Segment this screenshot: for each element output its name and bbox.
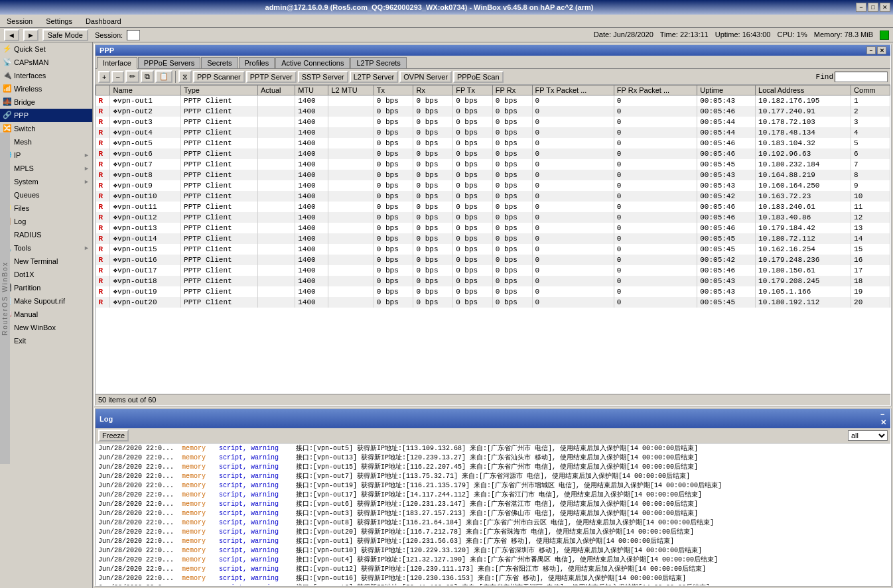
sidebar-item-partition[interactable]: 💾 Partition bbox=[0, 281, 92, 294]
edit-button[interactable]: ✏ bbox=[125, 70, 139, 83]
col-rx[interactable]: Rx bbox=[413, 86, 453, 95]
col-fp-rx-pkt[interactable]: FP Rx Packet ... bbox=[614, 86, 697, 95]
table-row[interactable]: R ❖vpn-out17 PPTP Client 1400 0 bps 0 bp… bbox=[96, 265, 890, 276]
col-flag[interactable] bbox=[96, 86, 110, 95]
cell-type: PPTP Client bbox=[181, 138, 258, 148]
sidebar-item-new-terminal[interactable]: > New Terminal bbox=[0, 255, 92, 268]
sidebar-item-quick-set[interactable]: ⚡ Quick Set bbox=[0, 42, 92, 56]
sidebar-item-files[interactable]: 📁 Files bbox=[0, 202, 92, 215]
sidebar-item-switch[interactable]: 🔀 Switch bbox=[0, 122, 92, 135]
freeze-button[interactable]: Freeze bbox=[98, 430, 129, 441]
log-minimize-button[interactable]: − bbox=[880, 410, 886, 418]
pptp-server-button[interactable]: PPTP Server bbox=[246, 71, 297, 83]
sidebar-item-tools[interactable]: 🔧 Tools ► bbox=[0, 241, 92, 255]
cell-fp-tx-pkt: 0 bbox=[532, 138, 614, 148]
tab-secrets[interactable]: Secrets bbox=[201, 57, 238, 68]
col-local[interactable]: Local Address bbox=[756, 86, 851, 95]
table-row[interactable]: R ❖vpn-out10 PPTP Client 1400 0 bps 0 bp… bbox=[96, 191, 890, 202]
ppp-table-container[interactable]: Name Type Actual MTU L2 MTU Tx Rx FP Tx … bbox=[96, 85, 890, 394]
col-type[interactable]: Type bbox=[181, 86, 258, 95]
table-row[interactable]: R ❖vpn-out9 PPTP Client 1400 0 bps 0 bps… bbox=[96, 180, 890, 191]
tab-interface[interactable]: Interface bbox=[97, 57, 137, 69]
cell-mtu: 1400 bbox=[295, 233, 328, 244]
sidebar-item-mesh[interactable]: ◈ Mesh bbox=[0, 135, 92, 148]
menu-settings[interactable]: Settings bbox=[42, 16, 76, 27]
ppp-close-button[interactable]: ✕ bbox=[877, 46, 886, 54]
col-mtu[interactable]: MTU bbox=[295, 86, 328, 95]
sidebar-item-log[interactable]: 📋 Log bbox=[0, 215, 92, 228]
sidebar-item-exit[interactable]: ✖ Exit bbox=[0, 334, 92, 347]
cell-fp-tx-pkt: 0 bbox=[532, 127, 614, 138]
maximize-button[interactable]: □ bbox=[868, 3, 878, 12]
table-row[interactable]: R ❖vpn-out15 PPTP Client 1400 0 bps 0 bp… bbox=[96, 244, 890, 255]
sidebar-item-queues[interactable]: ▤ Queues bbox=[0, 188, 92, 202]
log-close-button[interactable]: ✕ bbox=[880, 418, 886, 427]
tab-l2tp-secrets[interactable]: L2TP Secrets bbox=[350, 57, 406, 68]
sstp-server-button[interactable]: SSTP Server bbox=[298, 71, 348, 83]
sidebar-item-new-winbox[interactable]: W New WinBox bbox=[0, 321, 92, 334]
sidebar-item-ip[interactable]: 🌐 IP ► bbox=[0, 148, 92, 162]
sidebar-item-make-supout[interactable]: 📄 Make Supout.rif bbox=[0, 294, 92, 308]
col-actual[interactable]: Actual bbox=[257, 86, 295, 95]
col-name[interactable]: Name bbox=[110, 86, 181, 95]
tab-pppoe-servers[interactable]: PPPoE Servers bbox=[138, 57, 200, 68]
tab-profiles[interactable]: Profiles bbox=[239, 57, 275, 68]
find-input[interactable] bbox=[835, 72, 888, 82]
tab-active-connections[interactable]: Active Connections bbox=[275, 57, 350, 68]
table-row[interactable]: R ❖vpn-out20 PPTP Client 1400 0 bps 0 bp… bbox=[96, 297, 890, 308]
log-time: Jun/28/2020 22:0... bbox=[98, 491, 178, 500]
sidebar-item-capsman[interactable]: 📡 CAPsMAN bbox=[0, 56, 92, 69]
sidebar-item-mpls[interactable]: M MPLS ► bbox=[0, 162, 92, 175]
copy-button[interactable]: ⧉ bbox=[141, 70, 154, 83]
table-row[interactable]: R ❖vpn-out7 PPTP Client 1400 0 bps 0 bps… bbox=[96, 159, 890, 170]
pppoe-scan-button[interactable]: PPPoE Scan bbox=[453, 71, 504, 83]
table-row[interactable]: R ❖vpn-out14 PPTP Client 1400 0 bps 0 bp… bbox=[96, 233, 890, 244]
session-input[interactable] bbox=[127, 30, 140, 40]
table-row[interactable]: R ❖vpn-out12 PPTP Client 1400 0 bps 0 bp… bbox=[96, 212, 890, 223]
safe-mode-button[interactable]: Safe Mode bbox=[42, 29, 88, 41]
sidebar-item-bridge[interactable]: 🌉 Bridge bbox=[0, 95, 92, 109]
sidebar-item-ppp[interactable]: 🔗 PPP bbox=[0, 109, 92, 122]
col-fp-tx-pkt[interactable]: FP Tx Packet ... bbox=[532, 86, 614, 95]
col-fp-tx[interactable]: FP Tx bbox=[453, 86, 493, 95]
col-tx[interactable]: Tx bbox=[374, 86, 413, 95]
col-uptime[interactable]: Uptime bbox=[697, 86, 756, 95]
table-row[interactable]: R ❖vpn-out4 PPTP Client 1400 0 bps 0 bps… bbox=[96, 127, 890, 138]
table-row[interactable]: R ❖vpn-out3 PPTP Client 1400 0 bps 0 bps… bbox=[96, 117, 890, 127]
table-row[interactable]: R ❖vpn-out19 PPTP Client 1400 0 bps 0 bp… bbox=[96, 286, 890, 297]
ppp-minimize-button[interactable]: − bbox=[866, 46, 876, 54]
menu-dashboard[interactable]: Dashboard bbox=[82, 16, 125, 27]
minimize-button[interactable]: − bbox=[856, 3, 866, 12]
sidebar-item-manual[interactable]: 📖 Manual bbox=[0, 308, 92, 321]
table-row[interactable]: R ❖vpn-out11 PPTP Client 1400 0 bps 0 bp… bbox=[96, 202, 890, 212]
log-filter-select[interactable]: all info warning error bbox=[848, 430, 888, 441]
paste-button[interactable]: 📋 bbox=[155, 70, 172, 83]
log-content[interactable]: Jun/28/2020 22:0... memory script, warni… bbox=[96, 443, 890, 585]
sidebar-item-wireless[interactable]: 📶 Wireless bbox=[0, 82, 92, 95]
col-l2mtu[interactable]: L2 MTU bbox=[328, 86, 374, 95]
table-row[interactable]: R ❖vpn-out5 PPTP Client 1400 0 bps 0 bps… bbox=[96, 138, 890, 148]
table-row[interactable]: R ❖vpn-out2 PPTP Client 1400 0 bps 0 bps… bbox=[96, 106, 890, 117]
sidebar-item-interfaces[interactable]: 🔌 Interfaces bbox=[0, 69, 92, 82]
ovpn-server-button[interactable]: OVPN Server bbox=[399, 71, 452, 83]
table-row[interactable]: R ❖vpn-out6 PPTP Client 1400 0 bps 0 bps… bbox=[96, 148, 890, 159]
sidebar-item-radius[interactable]: R RADIUS bbox=[0, 228, 92, 241]
table-row[interactable]: R ❖vpn-out8 PPTP Client 1400 0 bps 0 bps… bbox=[96, 170, 890, 180]
add-button[interactable]: + bbox=[98, 71, 110, 83]
sidebar-item-dot1x[interactable]: ◉ Dot1X bbox=[0, 268, 92, 281]
sidebar-item-system[interactable]: ⚙ System ► bbox=[0, 175, 92, 188]
l2tp-server-button[interactable]: L2TP Server bbox=[350, 71, 399, 83]
table-row[interactable]: R ❖vpn-out16 PPTP Client 1400 0 bps 0 bp… bbox=[96, 255, 890, 265]
table-row[interactable]: R ❖vpn-out1 PPTP Client 1400 0 bps 0 bps… bbox=[96, 95, 890, 107]
col-fp-rx[interactable]: FP Rx bbox=[492, 86, 532, 95]
table-row[interactable]: R ❖vpn-out18 PPTP Client 1400 0 bps 0 bp… bbox=[96, 276, 890, 286]
nav-forward-button[interactable]: ► bbox=[23, 29, 38, 41]
nav-back-button[interactable]: ◄ bbox=[4, 29, 19, 41]
filter-button[interactable]: ⧖ bbox=[178, 70, 192, 83]
close-button[interactable]: ✕ bbox=[880, 3, 890, 12]
remove-button[interactable]: − bbox=[111, 71, 123, 83]
col-comm[interactable]: Comm bbox=[851, 86, 890, 95]
table-row[interactable]: R ❖vpn-out13 PPTP Client 1400 0 bps 0 bp… bbox=[96, 223, 890, 233]
menu-session[interactable]: Session bbox=[3, 16, 36, 27]
ppp-scanner-button[interactable]: PPP Scanner bbox=[193, 71, 245, 83]
